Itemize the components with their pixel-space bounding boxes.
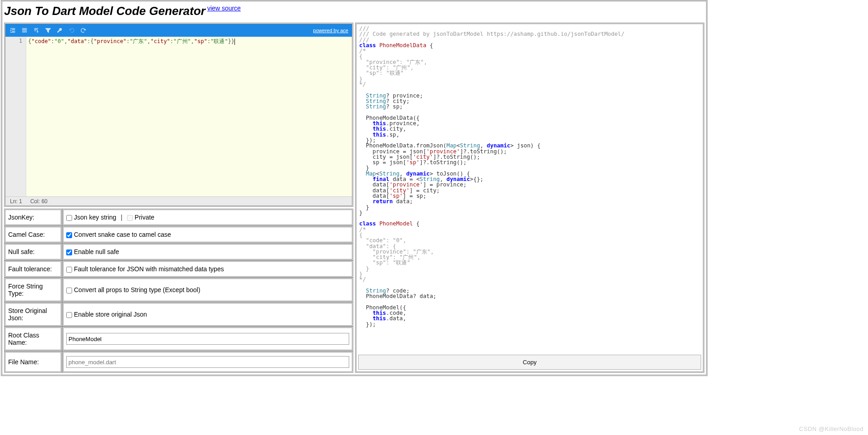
jsonkey-checkbox[interactable]	[66, 215, 72, 221]
nullsafe-label: Null safe:	[4, 243, 62, 260]
private-checkbox-label[interactable]: Private	[127, 214, 155, 221]
pipe-sep: |	[121, 214, 122, 221]
watermark: CSDN @KillerNoBlood	[799, 425, 863, 432]
root-label: Root Class Name:	[4, 327, 62, 351]
camel-checkbox[interactable]	[66, 232, 72, 238]
wrench-icon[interactable]	[56, 27, 63, 34]
fault-checkbox-label[interactable]: Fault tolerance for JSON with mismatched…	[66, 265, 224, 273]
root-class-input[interactable]	[66, 333, 349, 345]
jsonkey-checkbox-label[interactable]: Json key string	[66, 214, 116, 221]
json-input-area[interactable]: {"code":"0","data":{"province":"广东","cit…	[26, 37, 352, 196]
camel-label: Camel Case:	[4, 226, 62, 243]
force-label: Force String Type:	[4, 278, 62, 302]
outdent-icon[interactable]	[21, 27, 28, 34]
powered-by-link[interactable]: powered by ace	[313, 28, 348, 33]
filter-icon[interactable]	[44, 27, 52, 34]
fault-label: Fault tolerance:	[4, 260, 62, 278]
camel-checkbox-label[interactable]: Convert snake case to camel case	[66, 231, 171, 238]
indent-icon[interactable]	[9, 27, 16, 34]
store-label: Store Original Json:	[4, 302, 62, 327]
col-indicator: Col: 60	[30, 198, 48, 205]
editor-toolbar: powered by ace	[5, 24, 352, 37]
line-indicator: Ln: 1	[10, 198, 22, 205]
force-checkbox-label[interactable]: Convert all props to String type (Except…	[66, 286, 200, 293]
copy-button[interactable]: Copy	[358, 355, 701, 370]
dart-output[interactable]: /// /// Code generated by jsonToDartMode…	[356, 24, 703, 353]
line-gutter: 1	[5, 37, 26, 196]
editor-status-bar: Ln: 1 Col: 60	[5, 196, 352, 205]
json-editor: powered by ace 1 {"code":"0","data":{"pr…	[4, 23, 353, 207]
nullsafe-checkbox[interactable]	[66, 249, 72, 255]
jsonkey-cell: Json key string | Private	[62, 209, 353, 226]
undo-icon[interactable]	[68, 27, 75, 34]
fault-checkbox[interactable]	[66, 267, 72, 273]
view-source-link[interactable]: view source	[207, 5, 241, 12]
jsonkey-label: JsonKey:	[4, 209, 62, 226]
file-label: File Name:	[4, 351, 62, 373]
redo-icon[interactable]	[80, 27, 87, 34]
file-name-input[interactable]	[66, 356, 349, 368]
sort-icon[interactable]	[33, 27, 40, 34]
store-checkbox[interactable]	[66, 312, 72, 318]
nullsafe-checkbox-label[interactable]: Enable null safe	[66, 248, 119, 255]
force-checkbox[interactable]	[66, 288, 72, 293]
page-title: Json To Dart Model Code Generator	[4, 4, 205, 18]
store-checkbox-label[interactable]: Enable store original Json	[66, 311, 147, 318]
private-checkbox	[127, 215, 133, 221]
